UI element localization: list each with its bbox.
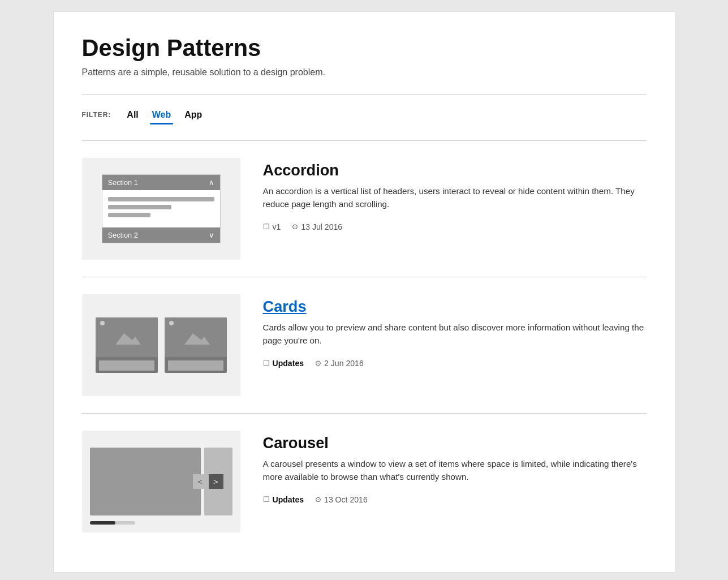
pattern-desc-cards: Cards allow you to preview and share con…: [263, 321, 647, 347]
filter-app[interactable]: App: [178, 106, 209, 123]
page-title: Design Patterns: [82, 35, 647, 62]
date-text-carousel: 13 Oct 2016: [324, 495, 368, 504]
card-thumb-1: [96, 317, 158, 373]
carousel-next-btn[interactable]: >: [209, 474, 223, 489]
thumbnail-accordion: Section 1 ∧ Section 2 ∨: [82, 158, 240, 260]
carousel-progress-fill: [90, 521, 115, 525]
pattern-list: Section 1 ∧ Section 2 ∨ Accordion: [82, 140, 647, 549]
content-cards: Cards Cards allow you to preview and sha…: [263, 294, 647, 368]
date-text-accordion: 13 Jul 2016: [301, 222, 342, 231]
filter-all[interactable]: All: [120, 106, 145, 123]
file-icon-accordion: ☐: [263, 222, 270, 231]
meta-cards: ☐ Updates ⊙ 2 Jun 2016: [263, 359, 647, 368]
file-icon-cards: ☐: [263, 359, 270, 367]
pattern-desc-carousel: A carousel presents a window to view a s…: [263, 458, 647, 484]
clock-icon-carousel: ⊙: [315, 495, 321, 504]
filter-web[interactable]: Web: [145, 106, 178, 123]
pattern-item-accordion: Section 1 ∧ Section 2 ∨ Accordion: [82, 140, 647, 277]
content-carousel: Carousel A carousel presents a window to…: [263, 431, 647, 504]
pattern-name-cards[interactable]: Cards: [263, 298, 647, 316]
carousel-slide-1: [90, 448, 201, 515]
filter-label: FILTER:: [82, 111, 111, 119]
version-text-accordion: v1: [273, 222, 281, 231]
file-icon-carousel: ☐: [263, 495, 270, 504]
content-accordion: Accordion An accordion is a vertical lis…: [263, 158, 647, 231]
thumbnail-carousel: < >: [82, 431, 240, 532]
card-thumb-2: [165, 317, 227, 373]
meta-version-cards: ☐ Updates: [263, 359, 304, 368]
thumbnail-cards: [82, 294, 240, 396]
pattern-desc-accordion: An accordion is a vertical list of heade…: [263, 185, 647, 211]
pattern-name-carousel: Carousel: [263, 434, 647, 452]
carousel-progress: [90, 521, 135, 525]
pattern-item-carousel: < > Carousel A carousel presents a windo…: [82, 413, 647, 549]
carousel-nav: < >: [193, 474, 223, 489]
date-text-cards: 2 Jun 2016: [324, 359, 364, 368]
meta-date-carousel: ⊙ 13 Oct 2016: [315, 495, 368, 504]
meta-version-carousel: ☐ Updates: [263, 495, 304, 504]
pattern-item-cards: Cards Cards allow you to preview and sha…: [82, 277, 647, 413]
meta-accordion: ☐ v1 ⊙ 13 Jul 2016: [263, 222, 647, 231]
meta-date-cards: ⊙ 2 Jun 2016: [315, 359, 364, 368]
filter-bar: FILTER: All Web App: [82, 106, 647, 123]
pattern-name-accordion: Accordion: [263, 161, 647, 179]
meta-version-accordion: ☐ v1: [263, 222, 281, 231]
version-text-carousel: Updates: [273, 495, 304, 504]
header-divider: [82, 94, 647, 95]
page-subtitle: Patterns are a simple, reusable solution…: [82, 67, 647, 78]
version-text-cards: Updates: [273, 359, 304, 368]
meta-date-accordion: ⊙ 13 Jul 2016: [292, 222, 342, 231]
main-container: Design Patterns Patterns are a simple, r…: [53, 11, 675, 573]
carousel-prev-btn[interactable]: <: [193, 474, 208, 489]
meta-carousel: ☐ Updates ⊙ 13 Oct 2016: [263, 495, 647, 504]
clock-icon-accordion: ⊙: [292, 222, 298, 231]
clock-icon-cards: ⊙: [315, 359, 321, 367]
